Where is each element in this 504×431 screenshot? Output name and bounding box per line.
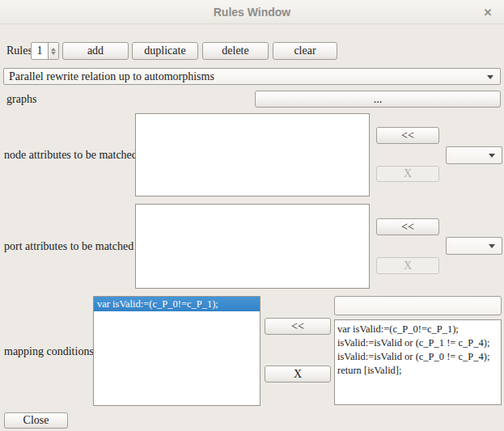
code-line: isValid:=isValid or (c_P_1 != c_P_4); (337, 336, 498, 350)
close-window-icon[interactable]: ✕ (481, 6, 494, 19)
spinner-arrows[interactable] (48, 43, 58, 59)
code-line: isValid:=isValid or (c_P_0 != c_P_4); (337, 350, 498, 364)
add-button[interactable]: add (62, 42, 129, 60)
close-button[interactable]: Close (4, 412, 68, 429)
rules-label: Rules (6, 42, 32, 60)
mapping-conditions-listbox[interactable]: var isValid:=(c_P_0!=c_P_1); (93, 296, 260, 406)
spinner-up-icon[interactable] (51, 48, 56, 51)
rule-type-selected-value: Parallel rewrite relation up to automorp… (9, 70, 214, 83)
graphs-label: graphs (6, 91, 36, 108)
mapping-remove-condition-button[interactable]: X (265, 366, 331, 382)
chevron-down-icon (489, 154, 495, 158)
graphs-browse-button[interactable]: ... (255, 91, 501, 108)
port-remove-attribute-button: X (376, 257, 439, 274)
node-attribute-dropdown[interactable] (446, 146, 502, 164)
node-remove-attribute-button: X (376, 166, 439, 182)
chevron-down-icon (487, 75, 493, 79)
rule-type-dropdown[interactable]: Parallel rewrite relation up to automorp… (3, 68, 501, 85)
mapping-conditions-label: mapping conditions (4, 345, 94, 358)
clear-button[interactable]: clear (273, 42, 337, 60)
mapping-add-condition-button[interactable]: << (265, 318, 331, 335)
code-line: return [isValid]; (337, 364, 498, 378)
node-attributes-label: node attributes to be matched (4, 149, 138, 162)
chevron-down-icon (489, 244, 495, 248)
window-title: Rules Window (0, 0, 504, 24)
titlebar: Rules Window ✕ (0, 0, 504, 24)
port-attributes-listbox[interactable] (135, 204, 370, 289)
delete-button[interactable]: delete (202, 42, 269, 60)
port-add-attribute-button[interactable]: << (376, 218, 439, 235)
rules-window: { "colors": { "selection_blue": "#3d8ed2… (0, 0, 504, 431)
node-add-attribute-button[interactable]: << (376, 127, 439, 144)
code-line: var isValid:=(c_P_0!=c_P_1); (337, 323, 498, 336)
list-item-selected[interactable]: var isValid:=(c_P_0!=c_P_1); (94, 297, 260, 311)
spinner-down-icon[interactable] (51, 52, 56, 55)
node-attributes-listbox[interactable] (135, 113, 370, 196)
mapping-condition-code-area[interactable]: var isValid:=(c_P_0!=c_P_1); isValid:=is… (334, 319, 502, 405)
duplicate-button[interactable]: duplicate (132, 42, 198, 60)
port-attributes-label: port attributes to be matched (4, 240, 133, 253)
port-attribute-dropdown[interactable] (446, 237, 502, 255)
rule-number-value: 1 (32, 43, 48, 59)
rule-number-spinner[interactable]: 1 (31, 42, 59, 60)
mapping-condition-entry[interactable] (334, 296, 502, 315)
